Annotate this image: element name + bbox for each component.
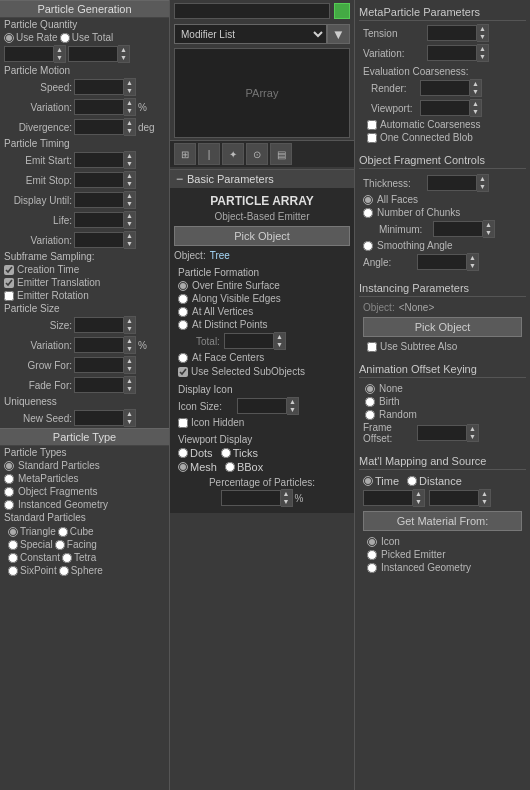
bbox-radio[interactable] xyxy=(225,462,235,472)
seed-down[interactable]: ▼ xyxy=(124,418,135,426)
ang-down[interactable]: ▼ xyxy=(467,262,478,270)
tot-down[interactable]: ▼ xyxy=(274,341,285,349)
time-radio[interactable] xyxy=(363,476,373,486)
total-input[interactable]: 812 xyxy=(68,46,118,62)
basic-params-header[interactable]: − Basic Parameters xyxy=(170,170,354,188)
speed-up[interactable]: ▲ xyxy=(124,79,135,87)
use-rate-radio[interactable] xyxy=(4,33,14,43)
special-radio[interactable] xyxy=(8,540,18,550)
modifier-list-select[interactable]: Modifier List xyxy=(174,24,327,44)
toolbar-btn-2[interactable]: | xyxy=(198,143,220,165)
standard-particles-radio[interactable] xyxy=(4,461,14,471)
size-var-input[interactable]: 1,14 xyxy=(74,337,124,353)
birth-radio[interactable] xyxy=(365,397,375,407)
rv-down[interactable]: ▼ xyxy=(477,53,488,61)
use-selected-check[interactable] xyxy=(178,367,188,377)
mn-down[interactable]: ▼ xyxy=(483,229,494,237)
life-input[interactable]: 31 xyxy=(74,212,124,228)
gf-down[interactable]: ▼ xyxy=(124,365,135,373)
tot-up[interactable]: ▲ xyxy=(274,333,285,341)
minimum-input[interactable]: 100 xyxy=(433,221,483,237)
eto-down[interactable]: ▼ xyxy=(124,180,135,188)
t-up[interactable]: ▲ xyxy=(477,25,488,33)
mn-up[interactable]: ▲ xyxy=(483,221,494,229)
ticks-radio[interactable] xyxy=(221,448,231,458)
life-down[interactable]: ▼ xyxy=(124,220,135,228)
sv-down[interactable]: ▼ xyxy=(124,345,135,353)
at-distinct-radio[interactable] xyxy=(178,320,188,330)
eto-up[interactable]: ▲ xyxy=(124,172,135,180)
modifier-arrow-btn[interactable]: ▼ xyxy=(327,24,350,44)
instanced-geom-radio[interactable] xyxy=(4,500,14,510)
mesh-radio[interactable] xyxy=(178,462,188,472)
none-radio[interactable] xyxy=(365,384,375,394)
mv2-up[interactable]: ▲ xyxy=(479,490,490,498)
speed-down[interactable]: ▼ xyxy=(124,87,135,95)
size-input[interactable]: 0,022m xyxy=(74,317,124,333)
rate-down[interactable]: ▼ xyxy=(54,54,65,62)
pct-down[interactable]: ▼ xyxy=(281,498,292,506)
gf-up[interactable]: ▲ xyxy=(124,357,135,365)
fade-for-input[interactable]: 0 xyxy=(74,377,124,393)
object-fragments-radio[interactable] xyxy=(4,487,14,497)
toolbar-btn-1[interactable]: ⊞ xyxy=(174,143,196,165)
r-up[interactable]: ▲ xyxy=(470,80,481,88)
vp-up[interactable]: ▲ xyxy=(470,100,481,108)
sv-up[interactable]: ▲ xyxy=(124,337,135,345)
map-val2-input[interactable]: 2,54m xyxy=(429,490,479,506)
v2-up[interactable]: ▲ xyxy=(124,232,135,240)
triangle-radio[interactable] xyxy=(8,527,18,537)
angle-input[interactable]: 0,0 xyxy=(417,254,467,270)
icon-mat-radio[interactable] xyxy=(367,537,377,547)
emitter-translation-check[interactable] xyxy=(4,278,14,288)
over-entire-radio[interactable] xyxy=(178,281,188,291)
total-up[interactable]: ▲ xyxy=(118,46,129,54)
one-connected-check[interactable] xyxy=(367,133,377,143)
variation-input[interactable]: 0,0 xyxy=(74,99,124,115)
ff-up[interactable]: ▲ xyxy=(124,377,135,385)
num-chunks-radio[interactable] xyxy=(363,208,373,218)
picked-emitter-radio[interactable] xyxy=(367,550,377,560)
use-total-radio[interactable] xyxy=(60,33,70,43)
du-up[interactable]: ▲ xyxy=(124,192,135,200)
grow-for-input[interactable]: 0 xyxy=(74,357,124,373)
map-val1-input[interactable]: 30 xyxy=(363,490,413,506)
t-down[interactable]: ▼ xyxy=(477,33,488,41)
div-down[interactable]: ▼ xyxy=(124,127,135,135)
smoothing-radio[interactable] xyxy=(363,241,373,251)
percentage-input[interactable]: 100,0 xyxy=(221,490,281,506)
emitter-rotation-check[interactable] xyxy=(4,291,14,301)
render-input[interactable]: 0,017m xyxy=(420,80,470,96)
ang-up[interactable]: ▲ xyxy=(467,254,478,262)
th-up[interactable]: ▲ xyxy=(477,175,488,183)
es-up[interactable]: ▲ xyxy=(124,152,135,160)
cube-radio[interactable] xyxy=(58,527,68,537)
variation-up[interactable]: ▲ xyxy=(124,99,135,107)
along-edges-radio[interactable] xyxy=(178,294,188,304)
emit-start-input[interactable]: -30 xyxy=(74,152,124,168)
distance-radio[interactable] xyxy=(407,476,417,486)
life-up[interactable]: ▲ xyxy=(124,212,135,220)
sz-up[interactable]: ▲ xyxy=(124,317,135,325)
seed-input[interactable]: 12345 xyxy=(74,410,124,426)
seed-up[interactable]: ▲ xyxy=(124,410,135,418)
viewport-input[interactable]: 2,587m xyxy=(420,100,470,116)
total-input[interactable]: 20 xyxy=(224,333,274,349)
fo-up[interactable]: ▲ xyxy=(467,425,478,433)
emit-stop-input[interactable]: 30 xyxy=(74,172,124,188)
sz-down[interactable]: ▼ xyxy=(124,325,135,333)
metaparticles-radio[interactable] xyxy=(4,474,14,484)
constant-radio[interactable] xyxy=(8,553,18,563)
object-name-input[interactable]: PArray01 xyxy=(174,3,330,19)
thickness-input[interactable]: 0,025m xyxy=(427,175,477,191)
get-material-btn[interactable]: Get Material From: xyxy=(363,511,522,531)
mv1-up[interactable]: ▲ xyxy=(413,490,424,498)
dots-radio[interactable] xyxy=(178,448,188,458)
icon-hidden-check[interactable] xyxy=(178,418,188,428)
all-faces-radio[interactable] xyxy=(363,195,373,205)
toolbar-btn-5[interactable]: ▤ xyxy=(270,143,292,165)
th-down[interactable]: ▼ xyxy=(477,183,488,191)
variation2-input[interactable]: 0 xyxy=(74,232,124,248)
total-down[interactable]: ▼ xyxy=(118,54,129,62)
toolbar-btn-3[interactable]: ✦ xyxy=(222,143,244,165)
